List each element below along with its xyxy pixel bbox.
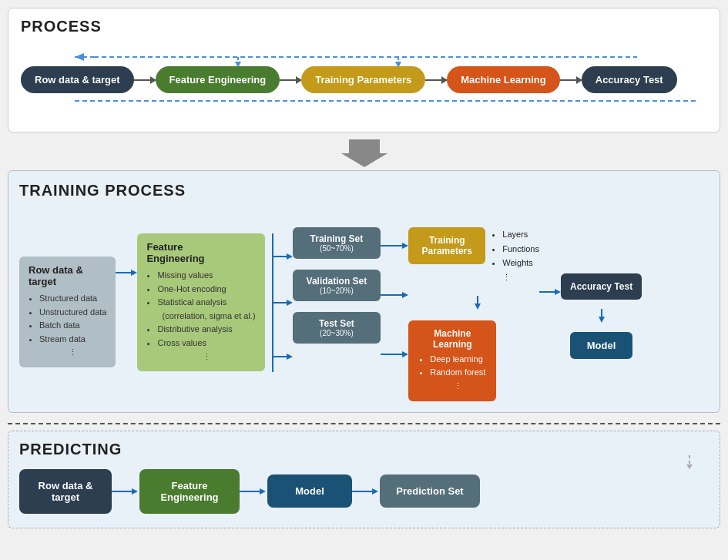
arrow-rd-fe [116, 268, 137, 277]
accuracy-test-box: Accuracy Test [561, 273, 642, 300]
acc-model-wrapper: Accuracy Test Model [561, 273, 642, 359]
ml-row: MachineLearning Deep learning Random for… [408, 320, 539, 401]
process-title: PROCESS [21, 18, 707, 35]
svg-marker-8 [341, 139, 387, 167]
training-section: TRAINING PROCESS Row data &target Struct… [8, 170, 720, 413]
pred-arrow-3 [352, 487, 380, 496]
process-step-training-params: Training Parameters [301, 66, 425, 93]
svg-marker-19 [402, 243, 408, 249]
training-row-data-title: Row data &target [29, 264, 106, 287]
tp-list: Layers Functions Weights ⋮ [491, 227, 539, 285]
tp-row: TrainingParameters Layers Functions Weig… [408, 227, 539, 285]
training-params-box: TrainingParameters [408, 227, 485, 264]
pred-arrow-2 [240, 487, 267, 496]
training-set-box: Training Set (50~70%) [293, 227, 381, 259]
acc-to-model-arrow [594, 309, 609, 323]
svg-marker-10 [131, 270, 137, 276]
pred-arrow-1 [112, 487, 139, 496]
process-feedback-arrow [21, 95, 707, 112]
process-step-feature-eng: Feature Engineering [156, 66, 280, 93]
svg-marker-27 [555, 289, 561, 295]
svg-marker-33 [132, 488, 138, 495]
model-to-pred-arrow [19, 455, 728, 469]
process-dashed-arrows [21, 46, 707, 68]
pred-model: Model [267, 474, 352, 508]
big-down-arrow-wrapper [0, 136, 728, 170]
training-fe-list: Missing values One-Hot encoding Statisti… [146, 269, 255, 364]
branch-arrows [265, 226, 293, 380]
svg-marker-31 [686, 464, 693, 469]
process-step-ml: Machine Learning [447, 66, 560, 93]
svg-marker-17 [287, 354, 293, 360]
pred-feature-eng: FeatureEngineering [139, 469, 240, 514]
big-down-arrow-svg [341, 139, 387, 167]
tp-ml-wrapper: TrainingParameters Layers Functions Weig… [408, 227, 539, 401]
svg-marker-29 [599, 317, 605, 323]
svg-marker-35 [260, 488, 266, 495]
svg-marker-37 [372, 488, 378, 495]
process-step-accuracy: Accuracy Test [582, 66, 677, 93]
training-row-data-box: Row data &target Structured data Unstruc… [19, 257, 116, 367]
process-section: PROCESS Row data & target Feature Engine [8, 8, 720, 132]
sets-column: Training Set (50~70%) Validation Set (10… [293, 227, 381, 344]
machine-learning-box: MachineLearning Deep learning Random for… [408, 320, 496, 401]
training-fe-title: FeatureEngineering [146, 241, 255, 264]
svg-marker-21 [402, 292, 408, 298]
arrow-2 [280, 79, 301, 81]
ml-to-acc-arrow [539, 287, 561, 297]
arrow-1 [134, 79, 156, 81]
training-row-data-list: Structured data Unstructured data Batch … [29, 292, 106, 360]
arrow-4 [560, 79, 582, 81]
sets-arrows-wrapper [265, 226, 293, 380]
training-feature-eng-box: FeatureEngineering Missing values One-Ho… [137, 233, 264, 371]
arrow-3 [425, 79, 447, 81]
test-set-box: Test Set (20~30%) [293, 312, 381, 344]
model-box: Model [570, 332, 633, 359]
tp-to-ml-arrow [416, 296, 539, 310]
sets-to-ml-arrows [381, 227, 408, 381]
svg-marker-23 [402, 351, 408, 357]
pred-row-data: Row data &target [19, 469, 112, 514]
svg-marker-13 [287, 253, 293, 260]
svg-marker-25 [475, 303, 481, 310]
sets-ml-arrows [381, 227, 408, 381]
process-flow: Row data & target Feature Engineering Tr… [21, 66, 707, 93]
training-title: TRAINING PROCESS [19, 182, 709, 200]
predicting-flow: Row data &target FeatureEngineering Mode… [19, 469, 709, 514]
ml-list: Deep learning Random forest ⋮ [419, 353, 485, 394]
validation-set-box: Validation Set (10~20%) [293, 270, 381, 301]
process-step-row-data: Row data & target [21, 66, 134, 93]
pred-prediction-set: Prediction Set [380, 474, 480, 508]
svg-marker-15 [287, 300, 293, 306]
predicting-section: PREDICTING Row data &target FeatureEngin… [8, 431, 720, 528]
dashed-separator [8, 423, 720, 424]
